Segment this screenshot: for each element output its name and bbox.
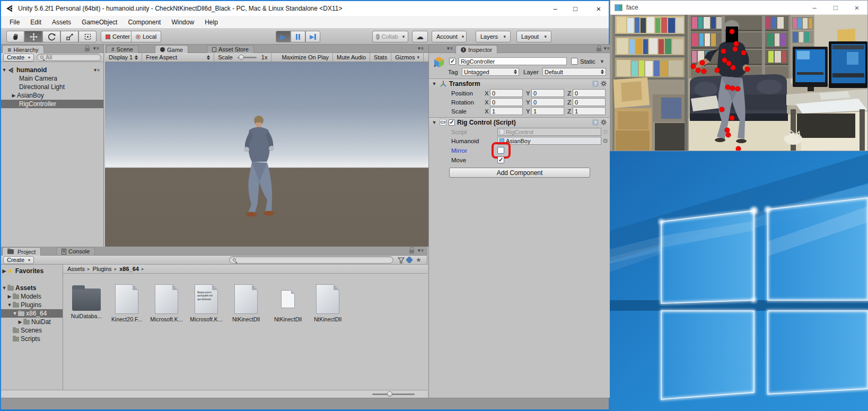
file-item-kinect20[interactable]: Kinect20.F... — [108, 284, 146, 322]
menu-window[interactable]: Window — [166, 16, 199, 28]
rotate-tool-button[interactable] — [42, 31, 60, 42]
move-tool-button[interactable] — [24, 31, 42, 42]
scene-menu-icon[interactable]: ▾≡ — [94, 67, 100, 73]
gear-icon[interactable] — [601, 81, 607, 86]
tree-favorites[interactable]: ▶★ Favorites — [1, 267, 63, 275]
lock-icon[interactable] — [597, 48, 601, 51]
scale-slider[interactable] — [236, 53, 258, 62]
menu-component[interactable]: Component — [122, 16, 166, 28]
tree-x86-64[interactable]: ▼ x86_64 — [1, 309, 63, 318]
position-y-field[interactable]: 0 — [531, 89, 564, 97]
gizmos-dropdown[interactable]: Gizmos▾ — [391, 53, 424, 62]
project-create-button[interactable]: Create▾ — [3, 256, 34, 264]
add-component-button[interactable]: Add Component — [449, 168, 590, 178]
stats-button[interactable]: Stats — [370, 53, 391, 62]
close-icon[interactable]: × — [590, 1, 608, 16]
minimize-icon[interactable]: – — [804, 0, 825, 15]
tab-scene[interactable]: #Scene — [106, 45, 138, 53]
tree-nuidat[interactable]: ▶ NuiDat — [1, 318, 63, 326]
scale-tool-button[interactable] — [60, 31, 78, 42]
rig-control-enabled-checkbox[interactable]: ✓ — [449, 119, 455, 126]
file-item-ntkinectdll-2[interactable]: NtKinectDll — [269, 284, 307, 322]
position-z-field[interactable]: 0 — [573, 89, 606, 97]
hierarchy-item-rigcontroller[interactable]: RigController — [1, 100, 103, 108]
scale-x-field[interactable]: 1 — [490, 107, 523, 115]
hierarchy-scene-row[interactable]: ▼ humanoid ▾≡ — [1, 66, 103, 74]
tab-console[interactable]: Console — [56, 247, 95, 255]
pause-button[interactable] — [291, 31, 305, 42]
favorite-star-icon[interactable]: ★ — [416, 257, 422, 263]
rect-tool-button[interactable] — [78, 31, 97, 42]
menu-file[interactable]: File — [4, 16, 25, 28]
hierarchy-item-main-camera[interactable]: Main Camera — [1, 74, 103, 83]
display-dropdown[interactable]: Display 1 — [105, 53, 142, 62]
scale-slider-knob[interactable] — [239, 55, 244, 60]
menu-help[interactable]: Help — [199, 16, 223, 28]
position-x-field[interactable]: 0 — [490, 89, 523, 97]
hand-tool-button[interactable] — [6, 31, 24, 42]
gear-icon[interactable] — [601, 119, 607, 125]
maximize-icon[interactable]: □ — [566, 1, 584, 16]
hierarchy-item-directional-light[interactable]: Directional Light — [1, 83, 103, 91]
help-icon[interactable]: ? — [592, 119, 599, 126]
collab-button[interactable]: ✓ Collab ▾ — [372, 31, 408, 42]
close-icon[interactable]: × — [846, 0, 867, 15]
lock-icon[interactable] — [409, 250, 414, 253]
tab-inspector[interactable]: i Inspector — [455, 45, 497, 54]
pivot-center-button[interactable]: Center — [101, 31, 135, 42]
scale-z-field[interactable]: 1 — [573, 107, 606, 115]
menu-edit[interactable]: Edit — [25, 16, 47, 28]
layers-dropdown[interactable]: Layers▾ — [476, 31, 511, 42]
maximize-on-play-button[interactable]: Maximize On Play — [278, 53, 333, 62]
pivot-local-button[interactable]: Local — [131, 31, 161, 42]
hierarchy-search-input[interactable]: All — [37, 54, 101, 61]
tree-models[interactable]: ▶ Models — [1, 292, 63, 301]
thumbnail-size-slider[interactable] — [372, 393, 415, 395]
panel-menu-icon[interactable]: ▾≡ — [418, 248, 424, 253]
layout-dropdown[interactable]: Layout▾ — [516, 31, 551, 42]
tree-scenes[interactable]: Scenes — [1, 326, 63, 335]
file-item-microsoft-k2[interactable]: Neque porro quisquam est qui dolorem. Mi… — [187, 284, 225, 322]
file-item-nuidatabase[interactable]: NuiDataba... — [67, 284, 106, 319]
play-button[interactable]: ▶ — [276, 31, 291, 42]
project-search-input[interactable] — [229, 256, 393, 264]
maximize-icon[interactable]: □ — [825, 0, 846, 15]
layer-dropdown[interactable]: Default — [542, 68, 606, 76]
rotation-z-field[interactable]: 0 — [573, 98, 606, 106]
rotation-y-field[interactable]: 0 — [531, 98, 564, 106]
object-picker-icon[interactable]: ⊙ — [603, 137, 608, 144]
aspect-dropdown[interactable]: Free Aspect — [142, 53, 214, 62]
active-checkbox[interactable]: ✓ — [449, 58, 456, 65]
tag-dropdown[interactable]: Untagged — [462, 68, 519, 76]
object-picker-icon[interactable]: ⊙ — [603, 128, 608, 135]
tree-scripts[interactable]: Scripts — [1, 335, 63, 343]
panel-menu-icon[interactable]: ▾≡ — [447, 46, 453, 51]
hierarchy-create-button[interactable]: Create▾ — [3, 54, 34, 62]
file-item-ntkinectdll-1[interactable]: NtKinectDll — [227, 284, 265, 322]
menu-gameobject[interactable]: GameObject — [76, 16, 122, 28]
humanoid-field[interactable]: AsianBoy — [497, 137, 601, 145]
panel-menu-icon[interactable]: ▾≡ — [418, 46, 424, 51]
tab-game[interactable]: Game — [155, 45, 188, 54]
tab-project[interactable]: Project — [2, 247, 41, 256]
help-icon[interactable]: ? — [592, 81, 599, 87]
breadcrumb-assets[interactable]: Assets — [67, 266, 85, 272]
object-name-field[interactable]: RigController — [459, 57, 567, 65]
transform-component-header[interactable]: ▼ Transform ? — [429, 78, 610, 88]
rotation-x-field[interactable]: 0 — [490, 98, 523, 106]
hierarchy-item-asianboy[interactable]: ▶AsianBoy — [1, 91, 103, 100]
file-item-ntkinectdll-3[interactable]: NtKinectDll — [309, 284, 347, 322]
account-dropdown[interactable]: Account▾ — [432, 31, 467, 42]
lock-icon[interactable] — [85, 48, 90, 51]
panel-menu-icon[interactable]: ▾≡ — [604, 46, 610, 51]
static-dropdown-icon[interactable]: ▼ — [600, 57, 604, 66]
thumbnail-slider-knob[interactable] — [387, 391, 392, 397]
minimize-icon[interactable]: – — [546, 1, 564, 16]
menu-assets[interactable]: Assets — [47, 16, 76, 28]
panel-menu-icon[interactable]: ▾≡ — [93, 46, 100, 51]
scale-y-field[interactable]: 1 — [531, 107, 564, 115]
rig-control-component-header[interactable]: ▼ C# ✓ Rig Control (Script) ? — [429, 117, 610, 127]
step-button[interactable]: ▶ — [305, 31, 320, 42]
file-item-microsoft-k1[interactable]: Microsoft.K... — [147, 284, 186, 322]
static-checkbox[interactable] — [571, 58, 578, 65]
